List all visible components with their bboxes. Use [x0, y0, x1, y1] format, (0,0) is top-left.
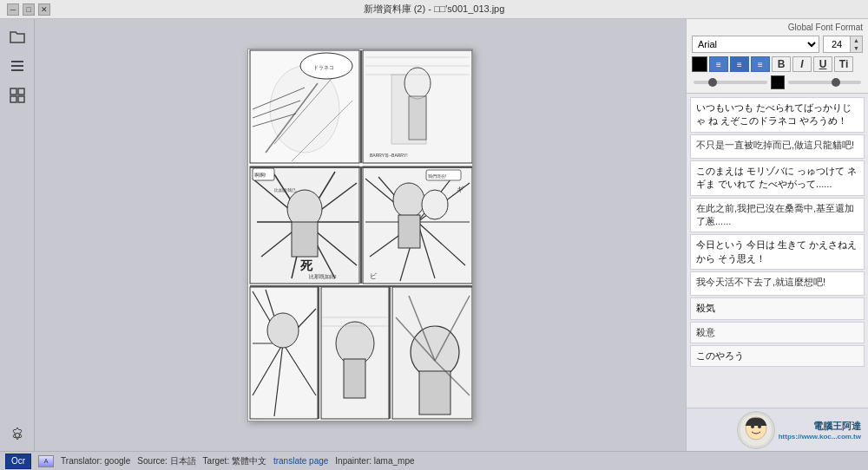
font-family-select[interactable]: Arial: [692, 36, 819, 53]
color-swatch-small[interactable]: [771, 75, 785, 89]
text-color-swatch[interactable]: [692, 56, 707, 72]
text-entry-4[interactable]: 在此之前,我把已沒在桑喬中,基至還加了蔥......: [690, 198, 865, 233]
svg-text:比那既如此!: 比那既如此!: [309, 274, 337, 279]
font-row: Arial ▲ ▼: [692, 36, 863, 53]
italic-btn[interactable]: I: [792, 56, 812, 72]
svg-text:啊啊!: 啊啊!: [254, 173, 266, 178]
text-entry-6[interactable]: 我今天活不下去了,就這麼想吧!: [690, 271, 865, 296]
target-lang: Target: 繁體中文: [203, 455, 266, 467]
svg-rect-2: [11, 69, 23, 71]
sidebar-bottom: [7, 425, 28, 451]
list-icon[interactable]: [7, 55, 28, 76]
underline-btn[interactable]: U: [813, 56, 832, 72]
svg-text:死: 死: [299, 258, 313, 272]
text-entry-9[interactable]: このやろう: [690, 345, 865, 367]
manga-image: ドラネコ BARRY等~BARRY!: [247, 49, 473, 421]
align-right-btn[interactable]: ≡: [751, 56, 770, 72]
font-format-bar: Global Font Format Arial ▲ ▼ ≡ ≡ ≡: [687, 19, 868, 94]
svg-point-25: [404, 68, 431, 99]
extra-btn[interactable]: Ti: [834, 56, 853, 72]
svg-rect-42: [292, 222, 318, 257]
svg-rect-70: [250, 285, 472, 287]
maximize-button[interactable]: □: [23, 3, 35, 16]
text-entry-2[interactable]: 不只是一直被吃掉而已,做這只龍貓吧!: [690, 134, 865, 159]
svg-rect-84: [419, 371, 450, 415]
svg-point-78: [267, 313, 299, 348]
svg-rect-1: [11, 65, 23, 67]
close-button[interactable]: ✕: [38, 3, 50, 16]
svg-rect-68: [318, 287, 319, 419]
slider-track-1[interactable]: [694, 81, 767, 84]
svg-text:BARRY等~BARRY!: BARRY等~BARRY!: [370, 153, 408, 158]
right-panel: Global Font Format Arial ▲ ▼ ≡ ≡ ≡: [686, 19, 868, 451]
svg-rect-26: [409, 96, 426, 140]
svg-text:我們現在!: 我們現在!: [428, 173, 446, 179]
slider-row: [692, 75, 863, 89]
svg-rect-13: [360, 50, 362, 163]
svg-rect-0: [11, 61, 23, 62]
font-size-up[interactable]: ▲: [851, 36, 862, 44]
translator-info: Translator: google: [61, 456, 130, 466]
text-entry-8[interactable]: 殺意: [690, 322, 865, 343]
svg-rect-80: [344, 359, 365, 398]
svg-text:ギ: ギ: [457, 186, 464, 193]
svg-point-83: [411, 326, 459, 378]
window-title: 新增資料庫 (2) - □□'s001_013.jpg: [59, 3, 809, 16]
svg-rect-3: [10, 88, 16, 95]
left-sidebar: [0, 19, 35, 451]
watermark-text: 電腦王阿達 https://www.koc...com.tw: [779, 420, 861, 441]
font-format-title: Global Font Format: [692, 23, 863, 32]
svg-point-60: [422, 190, 448, 219]
svg-rect-65: [250, 287, 318, 419]
title-bar: ─ □ ✕ 新增資料庫 (2) - □□'s001_013.jpg: [0, 0, 868, 19]
bold-btn[interactable]: B: [772, 56, 791, 72]
font-size-control: ▲ ▼: [823, 36, 863, 53]
text-entry-1[interactable]: いつもいつも たべられてばっかりじゃ ね えぞこのドラネコ やろうめ！: [690, 97, 865, 133]
slider-track-2[interactable]: [788, 81, 862, 84]
minimize-button[interactable]: ─: [7, 3, 19, 16]
ocr-button[interactable]: Ocr: [5, 454, 31, 469]
watermark-url: https://www.koc...com.tw: [779, 433, 861, 441]
svg-rect-4: [18, 88, 24, 95]
inpainter-info: Inpainter: lama_mpe: [335, 456, 414, 466]
svg-rect-69: [389, 287, 391, 419]
grid-icon[interactable]: [7, 85, 28, 106]
format-row: ≡ ≡ ≡ B I U Ti: [692, 56, 863, 72]
slider-thumb-1[interactable]: [708, 78, 717, 87]
svg-text:ビ: ビ: [370, 272, 378, 280]
slider-thumb-2[interactable]: [832, 78, 840, 87]
watermark-avatar: [737, 411, 775, 449]
svg-text:ドラネコ: ドラネコ: [313, 65, 334, 70]
translate-page[interactable]: translate page: [273, 456, 328, 466]
font-size-arrows: ▲ ▼: [850, 36, 862, 52]
svg-rect-5: [10, 96, 16, 102]
text-entry-5[interactable]: 今日という 今日は 生きて かえさねえから そう思え！: [690, 234, 865, 270]
align-center-btn[interactable]: ≡: [730, 56, 749, 72]
status-bar: Ocr A Translator: google Source: 日本語 Tar…: [0, 451, 868, 470]
font-size-down[interactable]: ▼: [851, 44, 862, 52]
text-entry-7[interactable]: 殺気: [690, 297, 865, 319]
settings-icon[interactable]: [7, 425, 28, 446]
svg-rect-14: [360, 166, 362, 284]
folder-icon[interactable]: [7, 26, 28, 47]
main-area: ドラネコ BARRY等~BARRY!: [0, 19, 868, 451]
svg-text:比如說我已...: 比如說我已...: [274, 187, 299, 193]
source-lang: Source: 日本語: [137, 455, 195, 467]
svg-point-58: [393, 183, 424, 218]
align-left-btn[interactable]: ≡: [709, 56, 728, 72]
svg-rect-6: [18, 96, 24, 102]
watermark-name: 電腦王阿達: [779, 420, 861, 433]
text-entry-3[interactable]: このまえは モリゾバに っゅつけて ネギま でいれて たべやがって......: [690, 160, 865, 196]
lang-icon[interactable]: A: [38, 455, 54, 467]
content-area: ドラネコ BARRY等~BARRY!: [35, 19, 686, 451]
text-entries-list: いつもいつも たべられてばっかりじゃ ね えぞこのドラネコ やろうめ！ 不只是一…: [687, 94, 868, 408]
svg-rect-59: [398, 215, 420, 248]
watermark-area: 電腦王阿達 https://www.koc...com.tw: [687, 408, 868, 451]
font-size-input[interactable]: [824, 36, 850, 52]
